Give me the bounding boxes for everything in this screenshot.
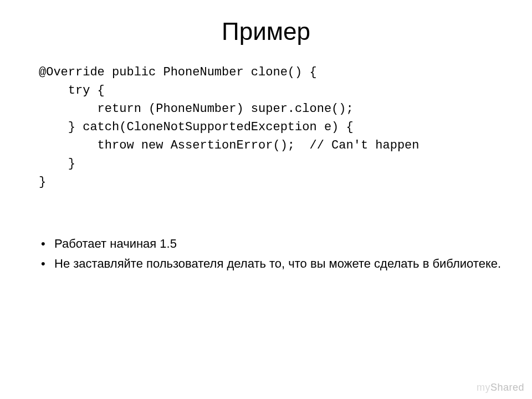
code-line: return (PhoneNumber) super.clone(); <box>39 102 354 116</box>
code-line: @Override public PhoneNumber clone() { <box>39 65 317 79</box>
slide-title: Пример <box>22 18 510 45</box>
watermark: myShared <box>477 382 524 393</box>
watermark-suffix: Shared <box>490 382 524 393</box>
code-line: throw new AssertionError(); // Can't hap… <box>39 139 420 152</box>
code-block: @Override public PhoneNumber clone() { t… <box>39 63 510 191</box>
watermark-prefix: my <box>477 382 490 393</box>
list-item: Работает начиная 1.5 <box>39 236 510 252</box>
code-line: } <box>39 157 75 171</box>
code-line: } catch(CloneNotSupportedException e) { <box>39 120 354 134</box>
slide-container: Пример @Override public PhoneNumber clon… <box>0 0 532 399</box>
list-item: Не заставляйте пользователя делать то, ч… <box>39 255 510 272</box>
code-line: try { <box>39 84 105 98</box>
code-line: } <box>39 175 46 189</box>
bullet-list: Работает начиная 1.5 Не заставляйте поль… <box>39 236 510 272</box>
